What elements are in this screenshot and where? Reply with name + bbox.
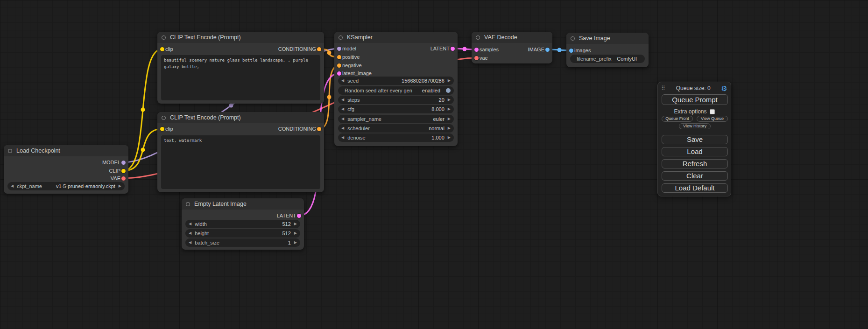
node-title-bar[interactable]: CLIP Text Encode (Prompt) xyxy=(157,32,324,43)
stepper-left-icon[interactable]: ◀ xyxy=(189,229,191,238)
clip-port-icon[interactable] xyxy=(121,169,126,173)
input-slot-vae[interactable]: vae xyxy=(472,54,552,62)
height-widget[interactable]: ◀ height 512 ▶ xyxy=(185,229,300,238)
node-title-bar[interactable]: CLIP Text Encode (Prompt) xyxy=(157,112,324,123)
stepper-right-icon[interactable]: ▶ xyxy=(448,105,451,113)
filename-prefix-widget[interactable]: filename_prefix ComfyUI xyxy=(570,55,645,63)
stepper-left-icon[interactable]: ◀ xyxy=(11,182,14,190)
batch-size-widget[interactable]: ◀ batch_size 1 ▶ xyxy=(185,238,300,247)
input-slot-negative[interactable]: negative xyxy=(334,62,458,69)
stepper-left-icon[interactable]: ◀ xyxy=(341,115,344,123)
stepper-right-icon[interactable]: ▶ xyxy=(448,124,451,133)
collapse-dot[interactable] xyxy=(476,35,480,40)
vae-port-icon[interactable] xyxy=(121,176,126,181)
view-queue-button[interactable]: View Queue xyxy=(697,116,728,122)
vae-port-icon[interactable] xyxy=(474,56,479,60)
random-seed-toggle-widget[interactable]: Random seed after every gen enabled xyxy=(338,86,454,95)
stepper-right-icon[interactable]: ▶ xyxy=(448,96,451,104)
node-title-bar[interactable]: VAE Decode xyxy=(472,32,552,43)
stepper-right-icon[interactable]: ▶ xyxy=(448,115,451,123)
conditioning-port-icon[interactable] xyxy=(317,47,321,51)
stepper-right-icon[interactable]: ▶ xyxy=(294,229,297,238)
stepper-right-icon[interactable]: ▶ xyxy=(448,133,451,142)
output-slot-conditioning[interactable]: CONDITIONING xyxy=(157,45,324,53)
drag-handle-icon[interactable]: ⠿ xyxy=(661,85,665,91)
queue-prompt-button[interactable]: Queue Prompt xyxy=(662,94,728,105)
output-slot-vae[interactable]: VAE xyxy=(4,175,128,182)
save-button[interactable]: Save xyxy=(662,135,728,144)
latent-port-icon[interactable] xyxy=(297,214,301,218)
prompt-textarea[interactable]: beautiful scenery nature glass bottle la… xyxy=(161,55,320,100)
stepper-right-icon[interactable]: ▶ xyxy=(294,220,297,228)
collapse-dot[interactable] xyxy=(162,116,166,120)
collapse-dot[interactable] xyxy=(162,35,166,40)
output-slot-latent[interactable]: LATENT xyxy=(182,212,304,219)
extra-options-checkbox[interactable] xyxy=(710,109,715,114)
node-vae-decode[interactable]: VAE Decode samples IMAGE vae xyxy=(472,32,552,63)
toggle-dot-icon[interactable] xyxy=(446,88,451,93)
node-load-checkpoint[interactable]: Load Checkpoint MODEL CLIP VAE ◀ ckpt_na… xyxy=(4,145,128,194)
widget-value: ComfyUI xyxy=(617,56,637,62)
output-slot-model[interactable]: MODEL xyxy=(4,159,128,166)
stepper-right-icon[interactable]: ▶ xyxy=(294,238,297,247)
node-clip-text-encode-positive[interactable]: CLIP Text Encode (Prompt) clip CONDITION… xyxy=(157,32,324,104)
node-graph-canvas[interactable]: Load Checkpoint MODEL CLIP VAE ◀ ckpt_na… xyxy=(0,0,868,329)
conditioning-port-icon[interactable] xyxy=(337,63,341,68)
settings-gear-icon[interactable]: ⚙ xyxy=(721,85,727,92)
input-slot-images[interactable]: images xyxy=(566,47,649,54)
refresh-button[interactable]: Refresh xyxy=(662,159,728,168)
image-port-icon[interactable] xyxy=(569,49,573,53)
collapse-dot[interactable] xyxy=(8,149,12,153)
model-port-icon[interactable] xyxy=(121,161,126,165)
stepper-left-icon[interactable]: ◀ xyxy=(341,77,344,85)
node-save-image[interactable]: Save Image images filename_prefix ComfyU… xyxy=(566,33,649,67)
conditioning-port-icon[interactable] xyxy=(337,55,341,59)
cfg-widget[interactable]: ◀ cfg 8.000 ▶ xyxy=(338,105,454,113)
node-empty-latent-image[interactable]: Empty Latent Image LATENT ◀ width 512 ▶ … xyxy=(182,198,304,250)
width-widget[interactable]: ◀ width 512 ▶ xyxy=(185,220,300,228)
load-default-button[interactable]: Load Default xyxy=(662,183,728,193)
sampler-name-widget[interactable]: ◀ sampler_name euler ▶ xyxy=(338,115,454,123)
output-slot-latent[interactable]: LATENT xyxy=(334,45,458,52)
output-slot-image[interactable]: IMAGE xyxy=(472,46,552,53)
latent-port-icon[interactable] xyxy=(337,71,341,76)
seed-widget[interactable]: ◀ seed 156680208700286 ▶ xyxy=(338,77,454,85)
view-history-button[interactable]: View History xyxy=(679,123,711,129)
latent-port-icon[interactable] xyxy=(451,47,455,51)
output-slot-clip[interactable]: CLIP xyxy=(4,167,128,175)
stepper-left-icon[interactable]: ◀ xyxy=(341,96,344,104)
stepper-left-icon[interactable]: ◀ xyxy=(341,124,344,133)
node-title-bar[interactable]: KSampler xyxy=(334,32,458,43)
steps-widget[interactable]: ◀ steps 20 ▶ xyxy=(338,96,454,104)
load-button[interactable]: Load xyxy=(662,147,728,156)
output-slot-conditioning[interactable]: CONDITIONING xyxy=(157,125,324,133)
node-ksampler[interactable]: KSampler model LATENT positive negative … xyxy=(334,32,458,146)
scheduler-widget[interactable]: ◀ scheduler normal ▶ xyxy=(338,124,454,133)
stepper-left-icon[interactable]: ◀ xyxy=(341,133,344,142)
collapse-dot[interactable] xyxy=(186,202,190,206)
stepper-right-icon[interactable]: ▶ xyxy=(448,77,451,85)
node-title-bar[interactable]: Save Image xyxy=(566,33,649,44)
node-clip-text-encode-negative[interactable]: CLIP Text Encode (Prompt) clip CONDITION… xyxy=(157,112,324,192)
clear-button[interactable]: Clear xyxy=(662,171,728,181)
input-slot-positive[interactable]: positive xyxy=(334,53,458,61)
ckpt-name-widget[interactable]: ◀ ckpt_name v1-5-pruned-emaonly.ckpt ▶ xyxy=(7,182,125,190)
prompt-textarea[interactable]: text, watermark xyxy=(161,135,320,189)
input-slot-latent-image[interactable]: latent_image xyxy=(334,70,458,77)
stepper-left-icon[interactable]: ◀ xyxy=(341,105,344,113)
stepper-left-icon[interactable]: ◀ xyxy=(189,220,191,228)
stepper-right-icon[interactable]: ▶ xyxy=(119,182,121,190)
image-port-icon[interactable] xyxy=(545,48,550,52)
collapse-dot[interactable] xyxy=(571,36,575,41)
conditioning-port-icon[interactable] xyxy=(317,127,321,131)
node-title: VAE Decode xyxy=(484,34,517,41)
queue-panel[interactable]: ⠿ Queue size: 0 ⚙ Queue Prompt Extra opt… xyxy=(657,82,731,196)
slot-label: vae xyxy=(480,55,488,61)
collapse-dot[interactable] xyxy=(339,35,343,40)
node-title-bar[interactable]: Load Checkpoint xyxy=(4,145,128,156)
node-title-bar[interactable]: Empty Latent Image xyxy=(182,198,304,210)
wire-clip-negative xyxy=(124,129,162,171)
queue-front-button[interactable]: Queue Front xyxy=(662,116,693,122)
denoise-widget[interactable]: ◀ denoise 1.000 ▶ xyxy=(338,133,454,142)
stepper-left-icon[interactable]: ◀ xyxy=(189,238,191,247)
